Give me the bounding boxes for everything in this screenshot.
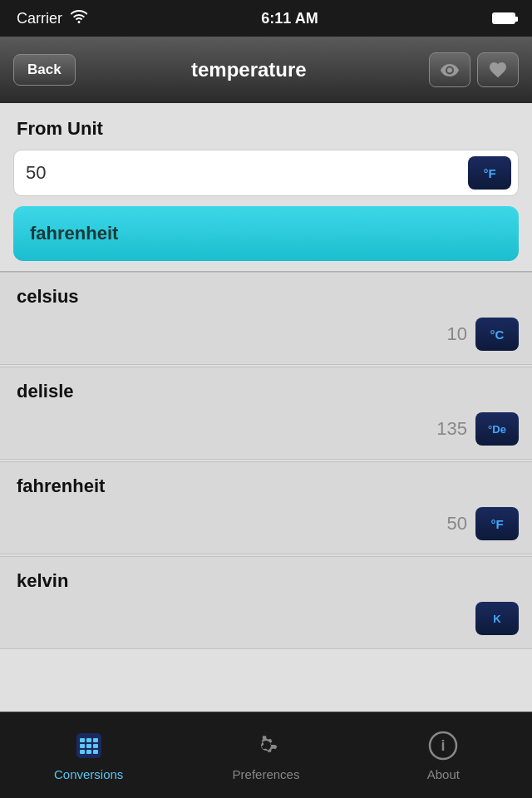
svg-rect-3: [93, 738, 98, 742]
about-icon: i: [425, 729, 461, 762]
svg-text:i: i: [441, 737, 446, 754]
svg-rect-8: [86, 750, 91, 754]
from-unit-label: From Unit: [0, 103, 532, 150]
conversion-badge-celsius: °C: [475, 318, 519, 351]
svg-rect-2: [86, 738, 91, 742]
svg-rect-4: [80, 744, 85, 748]
svg-rect-9: [93, 750, 98, 754]
conversion-row-celsius[interactable]: celsius 10 °C: [0, 272, 532, 365]
content-area: From Unit °F fahrenheit celsius 10 °C de…: [0, 103, 532, 712]
tab-conversions-label: Conversions: [54, 767, 123, 781]
tab-preferences-label: Preferences: [233, 767, 300, 781]
svg-rect-7: [80, 750, 85, 754]
battery-icon: [492, 12, 515, 24]
conversion-row-kelvin[interactable]: kelvin K: [0, 556, 532, 649]
selected-unit-name: fahrenheit: [30, 223, 118, 244]
nav-bar: Back temperature: [0, 37, 532, 103]
conversion-value-delisle: 135: [436, 418, 467, 440]
preferences-icon: [248, 729, 284, 762]
conversion-value-fahrenheit: 50: [447, 513, 467, 534]
time-label: 6:11 AM: [261, 10, 318, 27]
heart-icon: [488, 60, 508, 80]
conversion-badge-fahrenheit: °F: [475, 507, 519, 540]
wifi-icon: [71, 10, 87, 27]
favorite-button[interactable]: [477, 52, 519, 87]
status-bar: Carrier 6:11 AM: [0, 0, 532, 37]
conversion-badge-delisle: °De: [475, 412, 519, 446]
conversion-label-fahrenheit: fahrenheit: [0, 462, 532, 500]
svg-rect-5: [86, 744, 91, 748]
tab-conversions[interactable]: Conversions: [0, 712, 177, 798]
tab-bar: Conversions Preferences i About: [0, 712, 532, 798]
conversion-row-fahrenheit[interactable]: fahrenheit 50 °F: [0, 461, 532, 554]
eye-button[interactable]: [429, 52, 470, 87]
tab-about-label: About: [427, 767, 460, 781]
conversion-label-celsius: celsius: [0, 273, 532, 311]
tab-preferences[interactable]: Preferences: [177, 712, 354, 798]
svg-rect-6: [93, 744, 98, 748]
svg-rect-1: [80, 738, 85, 742]
eye-icon: [440, 60, 460, 80]
value-input[interactable]: [26, 162, 468, 184]
conversion-row-delisle[interactable]: delisle 135 °De: [0, 367, 532, 460]
back-button[interactable]: Back: [13, 54, 76, 86]
page-title: temperature: [76, 58, 422, 81]
conversion-badge-kelvin: K: [475, 602, 519, 635]
from-unit-badge: °F: [468, 156, 511, 190]
selected-unit-bar[interactable]: fahrenheit: [13, 206, 519, 261]
carrier-label: Carrier: [17, 10, 62, 27]
from-unit-input-row: °F: [13, 150, 519, 196]
tab-about[interactable]: i About: [355, 712, 532, 798]
conversion-value-celsius: 10: [447, 323, 467, 345]
conversion-label-kelvin: kelvin: [0, 557, 532, 595]
conversion-label-delisle: delisle: [0, 367, 532, 406]
conversions-icon: [71, 729, 107, 762]
